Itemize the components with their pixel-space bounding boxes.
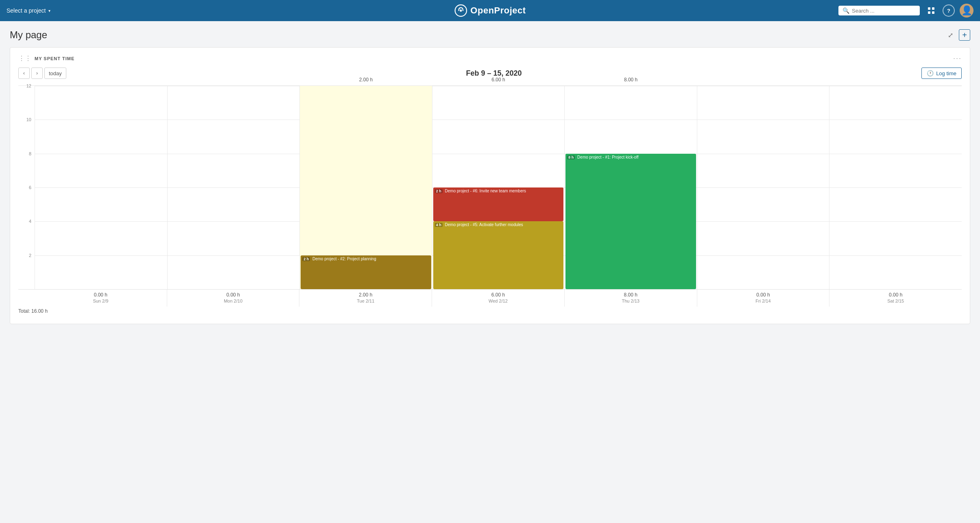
page-header-actions: ⤢ + [946,29,970,41]
search-box[interactable]: 🔍 [838,6,920,15]
total-label-thu: 8.00 h [565,77,697,83]
footer-day-thu: 8.00 h Thu 2/13 [565,290,697,307]
y-tick-4: 4 [29,219,31,224]
footer-date-sun: Sun 2/9 [35,298,167,306]
footer-hours-tue: 2.00 h [299,292,432,298]
log-time-label: Log time [936,70,956,76]
clock-icon: 🕐 [927,70,934,76]
day-column-thu: 8.00 h 8 h Demo project - #1: Project ki… [565,86,697,289]
footer-date-mon: Mon 2/10 [167,298,299,306]
svg-rect-2 [928,7,930,10]
page-header: My page ⤢ + [10,29,970,41]
y-tick-12: 12 [26,83,31,88]
day-column-tue: 2.00 h 2 h Demo project - #2: Project pl… [300,86,432,289]
expand-button[interactable]: ⤢ [946,30,955,41]
bar-label-project-planning: Demo project - #2: Project planning [312,257,376,261]
footer-date-wed: Wed 2/12 [432,298,564,306]
footer-date-thu: Thu 2/13 [565,298,697,306]
y-tick-10: 10 [26,117,31,122]
top-header: Select a project ▾ OpenProject 🔍 ? � [0,0,980,21]
svg-rect-5 [932,11,934,14]
y-axis: 12 10 8 6 4 2 [18,86,35,289]
footer-day-sun: 0.00 h Sun 2/9 [35,290,167,307]
bar-label-invite-members: Demo project - #6: Invite new team membe… [445,189,526,193]
footer-day-fri: 0.00 h Fri 2/14 [697,290,830,307]
chart-area: 12 10 8 6 4 2 [18,85,962,289]
footer-day-tue: 2.00 h Tue 2/11 [299,290,432,307]
spent-time-widget: ⋮⋮ MY SPENT TIME ··· ‹ › today Feb 9 – 1… [10,47,970,324]
logo-icon [454,4,467,17]
next-week-button[interactable]: › [31,68,43,79]
app-logo: OpenProject [454,4,526,17]
widget-title: MY SPENT TIME [35,56,74,61]
bar-label-activate-modules: Demo project - #5: Activate further modu… [445,222,523,227]
grid-icon [927,7,935,15]
search-input[interactable] [852,8,916,14]
nav-controls: ‹ › today [18,68,66,79]
chart-grid: 12 10 8 6 4 2 [18,86,962,289]
footer-day-wed: 6.00 h Wed 2/12 [432,290,565,307]
total-label: Total: 16.00 h [18,308,48,314]
widget-header: ⋮⋮ MY SPENT TIME ··· [18,54,962,63]
footer-columns: 0.00 h Sun 2/9 0.00 h Mon 2/10 2.00 h Tu… [35,290,962,307]
day-column-sat [829,86,962,289]
svg-point-1 [460,9,462,11]
drag-handle-icon[interactable]: ⋮⋮ [18,54,31,62]
search-icon: 🔍 [842,7,849,14]
total-label-tue: 2.00 h [300,77,432,83]
header-right: 🔍 ? 👤 [838,4,973,17]
footer-hours-mon: 0.00 h [167,292,299,298]
day-column-fri [697,86,830,289]
total-label-wed: 6.00 h [432,77,565,83]
footer-day-sat: 0.00 h Sat 2/15 [829,290,962,307]
avatar-image: 👤 [961,5,972,16]
day-column-sun [35,86,168,289]
svg-rect-3 [932,7,934,10]
bar-hours-8h-thu: 8 h [567,155,575,159]
prev-week-button[interactable]: ‹ [18,68,30,79]
footer-date-tue: Tue 2/11 [299,298,432,306]
footer-hours-sat: 0.00 h [829,292,962,298]
project-select-label: Select a project [7,7,46,14]
footer-hours-thu: 8.00 h [565,292,697,298]
bar-hours-2h-tue: 2 h [302,257,310,261]
bar-invite-members[interactable]: 2 h Demo project - #6: Invite new team m… [433,187,564,221]
page-title: My page [10,29,47,41]
widget-title-row: ⋮⋮ MY SPENT TIME [18,54,74,62]
bar-project-kickoff[interactable]: 8 h Demo project - #1: Project kick-off [565,154,696,289]
y-tick-6: 6 [29,185,31,190]
day-column-mon [168,86,300,289]
help-button[interactable]: ? [943,4,955,17]
date-range: Feb 9 – 15, 2020 [466,69,522,78]
footer-day-mon: 0.00 h Mon 2/10 [167,290,300,307]
chart-columns: 2.00 h 2 h Demo project - #2: Project pl… [35,86,962,289]
y-tick-2: 2 [29,253,31,258]
footer-hours-sun: 0.00 h [35,292,167,298]
total-row: Total: 16.00 h [18,307,962,316]
bar-project-planning[interactable]: 2 h Demo project - #2: Project planning [301,255,431,289]
svg-rect-4 [928,11,930,14]
footer-date-sat: Sat 2/15 [829,298,962,306]
today-button[interactable]: today [44,68,66,79]
project-chevron-icon: ▾ [48,9,50,13]
logo-text: OpenProject [470,5,526,16]
footer-date-fri: Fri 2/14 [697,298,829,306]
day-column-wed: 6.00 h 2 h Demo project - #6: Invite new… [432,86,565,289]
footer-hours-wed: 6.00 h [432,292,564,298]
project-select[interactable]: Select a project ▾ [7,7,50,14]
log-time-button[interactable]: 🕐 Log time [921,68,962,79]
bar-hours-4h-wed: 4 h [435,223,443,227]
help-icon: ? [947,8,950,14]
user-avatar[interactable]: 👤 [960,4,973,17]
page-content: My page ⤢ + ⋮⋮ MY SPENT TIME ··· ‹ › tod… [0,21,980,332]
y-tick-8: 8 [29,151,31,156]
footer-hours-fri: 0.00 h [697,292,829,298]
bar-hours-2h-wed: 2 h [435,189,443,193]
bar-label-kickoff: Demo project - #1: Project kick-off [577,155,638,159]
bar-activate-modules[interactable]: 4 h Demo project - #5: Activate further … [433,221,564,289]
widget-menu-button[interactable]: ··· [953,54,962,63]
footer-spacer [18,290,35,307]
grid-menu-button[interactable] [925,4,938,17]
chart-footer: 0.00 h Sun 2/9 0.00 h Mon 2/10 2.00 h Tu… [18,289,962,307]
add-widget-button[interactable]: + [959,29,970,41]
